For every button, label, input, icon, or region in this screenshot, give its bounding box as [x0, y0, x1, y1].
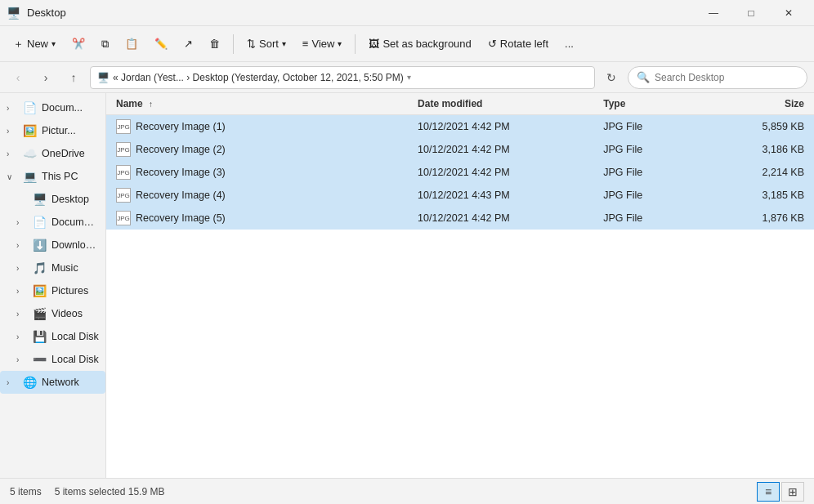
table-row[interactable]: JPG Recovery Image (3) 10/12/2021 4:42 P… [106, 161, 814, 184]
file-icon-group: JPG Recovery Image (4) [116, 188, 226, 203]
close-button[interactable]: ✕ [770, 0, 807, 26]
sidebar-item-local-disk-d[interactable]: › ➖ Local Disk [0, 348, 105, 371]
delete-button[interactable]: 🗑 [203, 31, 226, 57]
title-bar-controls: — □ ✕ [695, 0, 807, 26]
file-icon-group: JPG Recovery Image (2) [116, 142, 226, 157]
sidebar-item-label: Local Disk [51, 354, 99, 365]
file-size-cell: 3,186 KB [709, 138, 814, 161]
sidebar-item-label: Network [42, 377, 79, 388]
col-header-date[interactable]: Date modified [408, 93, 593, 115]
sidebar-item-onedrive[interactable]: › ☁️ OneDrive [0, 142, 105, 165]
new-chevron-icon: ▾ [51, 39, 56, 48]
sidebar-item-label: Downloads [51, 239, 99, 251]
sidebar-item-downloads[interactable]: › ⬇️ Downloads [0, 234, 105, 256]
paste-button[interactable]: 📋 [119, 31, 145, 57]
chevron-icon: › [7, 149, 18, 158]
more-button[interactable]: ... [558, 31, 580, 57]
maximize-button[interactable]: □ [732, 0, 770, 26]
cut-button[interactable]: ✂️ [65, 31, 92, 57]
file-type-cell: JPG File [593, 115, 709, 139]
address-bar: ‹ › ↑ 🖥️ « Jordan (Yest... › Desktop (Ye… [0, 62, 814, 93]
rotate-left-button[interactable]: ↺ Rotate left [481, 31, 555, 57]
file-icon-group: JPG Recovery Image (5) [116, 211, 226, 225]
sidebar-item-documents-pinned[interactable]: › 📄 Docum... [0, 96, 105, 119]
refresh-button[interactable]: ↻ [600, 66, 623, 89]
col-header-type[interactable]: Type [593, 93, 709, 115]
back-button[interactable]: ‹ [7, 66, 29, 89]
share-button[interactable]: ↗ [177, 31, 199, 57]
set-background-button[interactable]: 🖼 Set as background [362, 31, 477, 57]
view-button[interactable]: ≡ View ▾ [296, 31, 349, 57]
file-name-cell: JPG Recovery Image (1) [106, 115, 408, 139]
sidebar: › 📄 Docum... › 🖼️ Pictur... › ☁️ OneDriv… [0, 93, 106, 478]
details-view-button[interactable]: ≡ [757, 482, 780, 502]
up-button[interactable]: ↑ [62, 66, 85, 89]
file-date-cell: 10/12/2021 4:42 PM [408, 161, 593, 184]
sidebar-item-local-disk-c[interactable]: › 💾 Local Disk [0, 325, 105, 348]
paste-icon: 📋 [125, 38, 138, 50]
table-row[interactable]: JPG Recovery Image (1) 10/12/2021 4:42 P… [106, 115, 814, 139]
details-view-icon: ≡ [765, 485, 772, 498]
file-name: Recovery Image (4) [136, 190, 226, 201]
sidebar-item-desktop[interactable]: 🖥️ Desktop [0, 188, 105, 211]
jpg-file-icon: JPG [116, 211, 131, 225]
sidebar-icon: 💻 [23, 170, 37, 183]
status-bar: 5 items 5 items selected 15.9 MB ≡ ⊞ [0, 478, 814, 504]
sidebar-icon: 📄 [23, 101, 37, 114]
sidebar-icon: 🖥️ [33, 193, 47, 206]
tiles-view-button[interactable]: ⊞ [781, 482, 804, 502]
rename-icon: ✏️ [154, 38, 168, 50]
col-header-name[interactable]: Name ↑ [106, 93, 408, 115]
chevron-icon: › [16, 332, 28, 341]
table-header-row: Name ↑ Date modified Type Size [106, 93, 814, 115]
sidebar-item-documents[interactable]: › 📄 Documen... [0, 211, 105, 234]
title-bar: 🖥️ Desktop — □ ✕ [0, 0, 814, 26]
breadcrumb[interactable]: 🖥️ « Jordan (Yest... › Desktop (Yesterda… [90, 66, 595, 89]
file-icon-group: JPG Recovery Image (3) [116, 165, 226, 180]
search-icon: 🔍 [637, 71, 650, 83]
jpg-file-icon: JPG [116, 188, 131, 203]
sort-icon: ⇅ [247, 38, 256, 50]
breadcrumb-chevron-icon: ▾ [407, 73, 411, 82]
file-icon-group: JPG Recovery Image (1) [116, 119, 226, 134]
view-icon: ≡ [302, 38, 309, 50]
col-header-size[interactable]: Size [709, 93, 814, 115]
jpg-file-icon: JPG [116, 119, 131, 134]
sidebar-item-music[interactable]: › 🎵 Music [0, 256, 105, 279]
sidebar-item-label: Videos [51, 308, 83, 319]
sidebar-item-label: Documen... [51, 216, 99, 228]
sidebar-item-pictures-pinned[interactable]: › 🖼️ Pictur... [0, 119, 105, 142]
file-table: Name ↑ Date modified Type Size [106, 93, 814, 230]
sidebar-item-this-pc[interactable]: ∨ 💻 This PC [0, 165, 105, 188]
file-size-cell: 3,185 KB [709, 184, 814, 207]
copy-button[interactable]: ⧉ [95, 31, 115, 57]
sidebar-icon: 🌐 [23, 376, 37, 389]
minimize-button[interactable]: — [695, 0, 732, 26]
sort-button[interactable]: ⇅ Sort ▾ [240, 31, 293, 57]
file-type-cell: JPG File [593, 138, 709, 161]
file-name-cell: JPG Recovery Image (5) [106, 207, 408, 230]
sidebar-item-pictures[interactable]: › 🖼️ Pictures [0, 279, 105, 302]
table-row[interactable]: JPG Recovery Image (2) 10/12/2021 4:42 P… [106, 138, 814, 161]
chevron-icon: › [16, 264, 28, 273]
title-bar-left: 🖥️ Desktop [7, 7, 66, 20]
sidebar-item-label: Docum... [42, 102, 83, 114]
sidebar-item-label: Local Disk [51, 331, 99, 342]
forward-button[interactable]: › [34, 66, 57, 89]
set-bg-icon: 🖼 [369, 38, 379, 50]
sidebar-item-videos[interactable]: › 🎬 Videos [0, 302, 105, 325]
file-date-cell: 10/12/2021 4:43 PM [408, 184, 593, 207]
sidebar-item-network[interactable]: › 🌐 Network [0, 371, 105, 394]
jpg-file-icon: JPG [116, 165, 131, 180]
rename-button[interactable]: ✏️ [148, 31, 174, 57]
new-icon: ＋ [13, 37, 24, 51]
table-row[interactable]: JPG Recovery Image (4) 10/12/2021 4:43 P… [106, 184, 814, 207]
file-name-cell: JPG Recovery Image (3) [106, 161, 408, 184]
new-button[interactable]: ＋ New ▾ [7, 31, 62, 57]
chevron-icon: › [16, 241, 28, 250]
search-input[interactable] [655, 72, 798, 83]
main-layout: › 📄 Docum... › 🖼️ Pictur... › ☁️ OneDriv… [0, 93, 814, 478]
window-icon: 🖥️ [7, 7, 20, 20]
table-row[interactable]: JPG Recovery Image (5) 10/12/2021 4:42 P… [106, 207, 814, 230]
file-name-cell: JPG Recovery Image (4) [106, 184, 408, 207]
